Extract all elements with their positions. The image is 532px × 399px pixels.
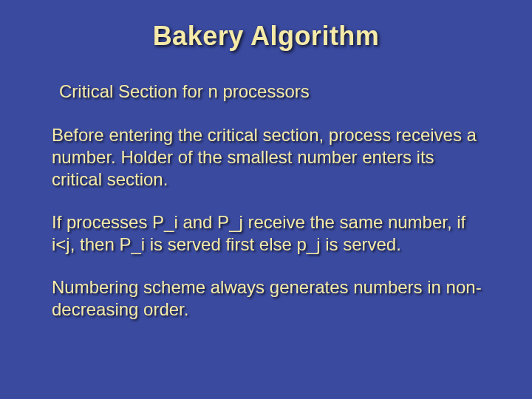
slide-paragraph: Before entering the critical section, pr…	[52, 124, 488, 191]
slide-paragraph: If processes P_i and P_j receive the sam…	[52, 211, 488, 256]
slide: Bakery Algorithm Critical Section for n …	[0, 0, 532, 399]
slide-paragraph: Numbering scheme always generates number…	[52, 276, 488, 321]
slide-subtitle: Critical Section for n processors	[59, 81, 488, 102]
slide-title: Bakery Algorithm	[44, 21, 488, 52]
